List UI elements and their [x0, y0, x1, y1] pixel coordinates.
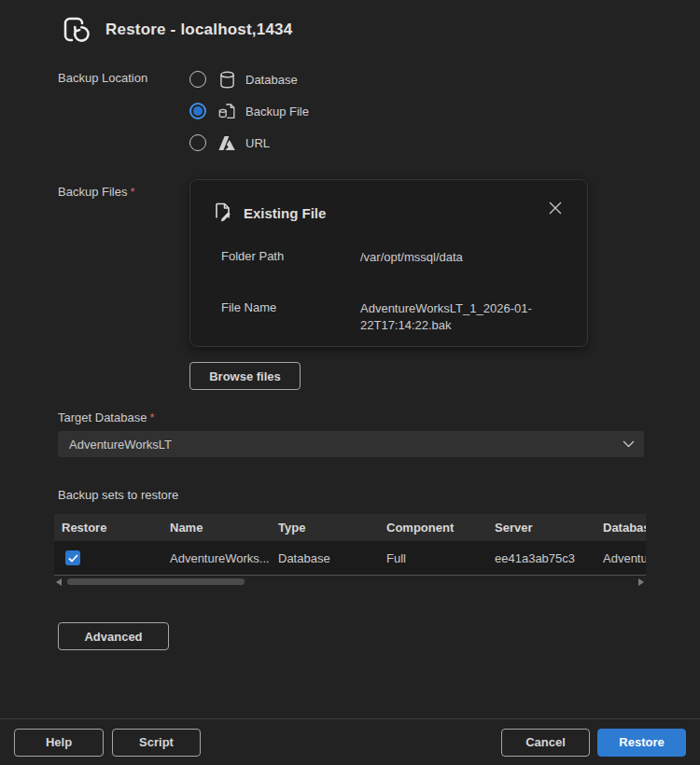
footer-right-buttons: Cancel Restore: [501, 729, 686, 757]
col-restore: Restore: [54, 521, 162, 535]
backup-location-row: Backup Location Database: [58, 63, 700, 159]
backup-file-icon: [217, 103, 237, 120]
cancel-button[interactable]: Cancel: [501, 729, 590, 757]
required-asterisk: *: [130, 185, 134, 199]
restore-database-icon: [56, 11, 93, 49]
name-cell: AdventureWorks...: [162, 551, 271, 565]
existing-file-card-header: Existing File: [213, 180, 565, 224]
col-server: Server: [487, 521, 595, 535]
backup-sets-title: Backup sets to restore: [58, 488, 700, 502]
footer-left-buttons: Help Script: [14, 729, 201, 757]
server-cell: ee41a3ab75c3: [487, 551, 595, 565]
scroll-left-arrow-icon[interactable]: [56, 578, 62, 586]
script-button[interactable]: Script: [112, 729, 201, 757]
radio-button[interactable]: [189, 71, 206, 88]
horizontal-scrollbar[interactable]: [54, 575, 646, 587]
component-cell: Full: [379, 551, 487, 565]
existing-file-card: Existing File Folder Path /var/opt/mssql…: [189, 179, 588, 347]
file-edit-icon: [213, 202, 232, 224]
col-type: Type: [271, 521, 379, 535]
restore-checkbox-checked[interactable]: [65, 550, 80, 565]
folder-path-field: Folder Path /var/opt/mssql/data: [221, 249, 565, 266]
folder-path-label: Folder Path: [221, 249, 360, 266]
radio-button-selected[interactable]: [189, 103, 206, 119]
file-name-value: AdventureWorksLT_1_2026-01-22T17:14:22.b…: [360, 300, 542, 334]
existing-file-title: Existing File: [244, 205, 326, 221]
backup-files-row: Backup Files* Existing File: [58, 179, 700, 390]
browse-files-button[interactable]: Browse files: [189, 362, 301, 390]
target-database-value: AdventureWorksLT: [69, 438, 623, 452]
scroll-right-arrow-icon[interactable]: [638, 578, 644, 586]
dialog-header: Restore - localhost,1434: [0, 0, 700, 49]
restore-button[interactable]: Restore: [597, 729, 686, 757]
database-cell: Adventu: [595, 551, 646, 565]
database-icon: [217, 71, 237, 89]
backup-files-area: Existing File Folder Path /var/opt/mssql…: [189, 179, 588, 390]
col-database: Database: [595, 521, 646, 535]
file-name-label: File Name: [221, 300, 360, 334]
restore-cell: [54, 550, 162, 565]
backup-files-label: Backup Files*: [58, 179, 189, 390]
target-database-dropdown[interactable]: AdventureWorksLT: [58, 431, 644, 457]
radio-option-backup-file[interactable]: Backup File: [189, 95, 309, 127]
scrollbar-thumb[interactable]: [67, 578, 245, 585]
target-database-label: Target Database*: [58, 410, 700, 424]
radio-button[interactable]: [189, 134, 206, 151]
azure-icon: [217, 135, 237, 151]
col-component: Component: [379, 521, 487, 535]
radio-option-url[interactable]: URL: [189, 127, 309, 159]
radio-label: Backup File: [245, 104, 309, 118]
restore-dialog: Restore - localhost,1434 Backup Location…: [0, 0, 700, 765]
backup-location-radio-group: Database Backup File: [189, 63, 309, 159]
backup-sets-table: Restore Name Type Component Server Datab…: [54, 514, 646, 575]
radio-option-database[interactable]: Database: [189, 63, 309, 95]
advanced-button[interactable]: Advanced: [58, 622, 169, 650]
close-icon[interactable]: [548, 201, 563, 216]
help-button[interactable]: Help: [14, 729, 104, 757]
backup-location-label: Backup Location: [58, 63, 189, 159]
dialog-footer: Help Script Cancel Restore: [0, 718, 700, 765]
radio-label: Database: [245, 73, 298, 87]
table-header-row: Restore Name Type Component Server Datab…: [54, 514, 646, 541]
page-title: Restore - localhost,1434: [105, 21, 292, 39]
col-name: Name: [162, 521, 271, 535]
required-asterisk: *: [149, 410, 154, 424]
radio-label: URL: [245, 136, 270, 150]
folder-path-value: /var/opt/mssql/data: [360, 249, 542, 266]
backup-sets-section: Backup sets to restore Restore Name Type…: [58, 488, 700, 587]
table-row[interactable]: AdventureWorks... Database Full ee41a3ab…: [54, 541, 646, 575]
type-cell: Database: [271, 551, 379, 565]
target-database-section: Target Database* AdventureWorksLT: [58, 410, 700, 457]
chevron-down-icon: [623, 440, 635, 448]
file-name-field: File Name AdventureWorksLT_1_2026-01-22T…: [221, 300, 565, 334]
